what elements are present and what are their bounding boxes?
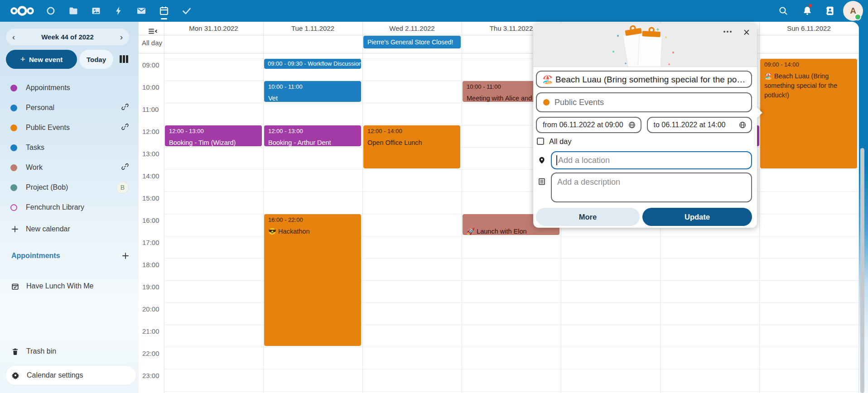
calendar-color-dot — [10, 125, 17, 131]
calendar-name: Appointments — [26, 84, 129, 92]
allday-checkbox-label: All day — [549, 137, 572, 146]
today-button[interactable]: Today — [79, 50, 113, 69]
calendar-color-dot — [10, 85, 17, 91]
location-input[interactable] — [551, 151, 752, 169]
calendar-list-item[interactable]: Public Events — [0, 118, 139, 138]
vertical-scrollbar[interactable] — [860, 148, 864, 393]
hour-label: 19:00 — [142, 283, 159, 291]
calendar-color-dot — [10, 105, 17, 111]
calendar-list-item[interactable]: Appointments — [0, 78, 139, 98]
start-date-picker[interactable]: from 06.11.2022 at 09:00 — [536, 117, 641, 133]
allday-event[interactable]: Pierre's General Store Closed! — [363, 36, 461, 48]
event-title-text: 🏖️ Beach Luau (Bring something special f… — [542, 74, 746, 85]
calendar-check-icon — [11, 283, 19, 290]
share-link-icon[interactable] — [121, 103, 129, 112]
event-title: 😎 Hackathon — [268, 227, 357, 236]
calendar-list-item[interactable]: Fenchurch Library — [0, 197, 139, 217]
hour-label: 18:00 — [142, 261, 159, 268]
app-icon-files[interactable] — [68, 5, 79, 16]
next-week-button[interactable]: › — [120, 33, 123, 41]
collapse-sidebar-icon[interactable] — [148, 28, 158, 37]
allday-checkbox[interactable] — [537, 138, 544, 145]
previous-week-button[interactable]: ‹ — [12, 33, 15, 41]
hour-label: 23:00 — [142, 372, 159, 379]
hour-line — [164, 369, 858, 369]
calendar-list-item[interactable]: Work — [0, 158, 139, 177]
event-title: 🏖️ Beach Luau (Bring something special f… — [764, 72, 853, 100]
event-title-input[interactable]: 🏖️ Beach Luau (Bring something special f… — [536, 71, 752, 88]
new-event-button[interactable]: + New event — [6, 50, 77, 69]
sidebar: ‹ Week 44 of 2022 › + New event Today Ap… — [0, 22, 139, 393]
nextcloud-logo-icon[interactable] — [9, 5, 35, 19]
section-title: Appointments — [11, 252, 60, 260]
calendar-event[interactable]: 12:00 - 13:00Booking - Tim (Wizard) — [165, 125, 262, 146]
add-appointment-config-icon[interactable] — [122, 252, 129, 259]
app-icon-tasks[interactable] — [181, 5, 192, 16]
search-icon[interactable] — [778, 5, 789, 16]
hour-label: 20:00 — [142, 305, 159, 313]
day-header: Wed 2.11.2022 — [362, 22, 462, 35]
close-icon[interactable]: × — [741, 24, 752, 40]
end-date-picker[interactable]: to 06.11.2022 at 14:00 — [647, 117, 752, 133]
contacts-icon[interactable] — [825, 5, 835, 16]
more-button[interactable]: More — [536, 208, 640, 226]
calendar-picker-select[interactable]: Public Events — [536, 92, 752, 112]
event-editor-popup: × 🏖️ Beach Luau (Bring something special… — [533, 24, 757, 228]
app-menu — [45, 0, 192, 22]
week-view-columns-icon[interactable] — [120, 55, 128, 63]
trash-icon — [11, 348, 19, 355]
calendar-name: Fenchurch Library — [26, 203, 129, 211]
event-time: 10:00 - 11:00 — [268, 83, 357, 90]
calendar-list-item[interactable]: Project (Bob)B — [0, 177, 139, 197]
grid-column-border — [362, 22, 363, 393]
hour-label: 22:00 — [142, 350, 159, 357]
calendar-event[interactable]: 10:00 - 11:00Vet — [264, 81, 361, 102]
calendar-name: Tasks — [26, 144, 129, 152]
hour-label: 15:00 — [142, 194, 159, 202]
event-title: Booking - Arthur Dent — [268, 138, 357, 146]
allday-checkbox-row[interactable]: All day — [536, 137, 752, 145]
day-header: Sun 6.11.2022 — [759, 22, 858, 35]
hour-label: 11:00 — [142, 105, 159, 113]
event-title: 🚀 Launch with Elon — [467, 227, 555, 235]
share-link-icon[interactable] — [121, 123, 129, 132]
app-icon-calendar[interactable] — [159, 5, 169, 16]
hour-label: 09:00 — [142, 61, 159, 69]
share-link-icon[interactable] — [121, 163, 129, 172]
calendar-event[interactable]: 12:00 - 14:00Open Office Lunch — [363, 125, 460, 168]
app-icon-mail[interactable] — [136, 5, 147, 16]
timezone-globe-icon[interactable] — [628, 121, 636, 129]
calendar-settings-button[interactable]: Calendar settings — [6, 366, 136, 385]
more-options-icon[interactable] — [722, 29, 733, 34]
calendar-event[interactable]: 09:00 - 14:00🏖️ Beach Luau (Bring someth… — [760, 59, 857, 168]
app-icon-dashboard[interactable] — [45, 5, 56, 16]
calendar-color-dot — [10, 184, 17, 191]
update-button[interactable]: Update — [642, 208, 752, 226]
day-header: Tue 1.11.2022 — [263, 22, 362, 35]
event-time: 12:00 - 13:00 — [268, 128, 357, 134]
new-calendar-button[interactable]: New calendar — [0, 220, 139, 238]
hour-label: 10:00 — [142, 83, 159, 91]
timezone-globe-icon[interactable] — [739, 121, 746, 129]
calendar-event[interactable]: 12:00 - 13:00Booking - Arthur Dent — [264, 125, 361, 146]
top-bar: A — [0, 0, 868, 22]
gear-icon — [11, 371, 19, 379]
description-input[interactable] — [551, 173, 752, 202]
event-time: 12:00 - 14:00 — [367, 128, 456, 134]
calendar-name: Project (Bob) — [26, 183, 114, 192]
appointment-item[interactable]: Have Lunch With Me — [0, 277, 139, 295]
calendar-event[interactable]: 09:00 - 09:30 - Workflow Discussion — [264, 59, 361, 69]
calendar-name: Personal — [26, 104, 119, 112]
appointments-section-header: Appointments — [11, 252, 129, 260]
calendar-list-item[interactable]: Personal — [0, 98, 139, 118]
calendar-list-item[interactable]: Tasks — [0, 138, 139, 158]
trash-bin-item[interactable]: Trash bin — [0, 342, 139, 360]
location-pin-icon — [538, 157, 545, 164]
grid-column-border — [462, 22, 462, 393]
calendar-event[interactable]: 16:00 - 22:00😎 Hackathon — [264, 214, 361, 346]
plus-icon — [11, 225, 19, 233]
day-header: Mon 31.10.2022 — [164, 22, 263, 35]
popup-body: 🏖️ Beach Luau (Bring something special f… — [533, 71, 757, 226]
app-icon-photos[interactable] — [91, 5, 101, 16]
app-icon-activity[interactable] — [113, 5, 124, 16]
